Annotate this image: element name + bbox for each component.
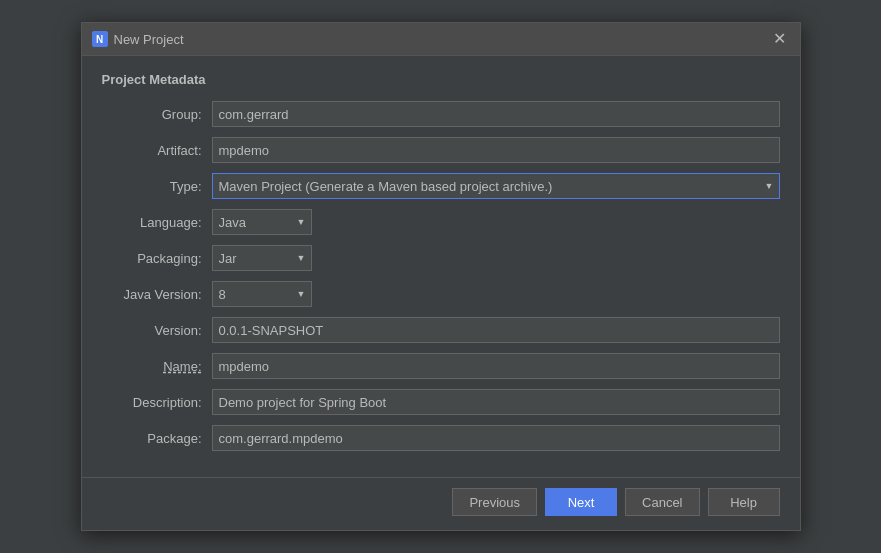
description-input[interactable] <box>212 389 780 415</box>
packaging-row: Packaging: Jar War <box>102 245 780 271</box>
type-row: Type: Maven Project (Generate a Maven ba… <box>102 173 780 199</box>
artifact-row: Artifact: <box>102 137 780 163</box>
new-project-dialog: N New Project ✕ Project Metadata Group: … <box>81 22 801 531</box>
language-label: Language: <box>102 215 212 230</box>
next-button[interactable]: Next <box>545 488 617 516</box>
artifact-input[interactable] <box>212 137 780 163</box>
dialog-icon: N <box>92 31 108 47</box>
group-row: Group: <box>102 101 780 127</box>
version-label: Version: <box>102 323 212 338</box>
cancel-button[interactable]: Cancel <box>625 488 699 516</box>
description-label: Description: <box>102 395 212 410</box>
title-bar: N New Project ✕ <box>82 23 800 56</box>
package-row: Package: <box>102 425 780 451</box>
java-version-select[interactable]: 8 11 17 21 <box>212 281 312 307</box>
version-input[interactable] <box>212 317 780 343</box>
language-select-wrapper: Java Kotlin Groovy <box>212 209 312 235</box>
packaging-label: Packaging: <box>102 251 212 266</box>
packaging-select[interactable]: Jar War <box>212 245 312 271</box>
close-button[interactable]: ✕ <box>769 29 790 49</box>
group-label: Group: <box>102 107 212 122</box>
type-select[interactable]: Maven Project (Generate a Maven based pr… <box>212 173 780 199</box>
help-button[interactable]: Help <box>708 488 780 516</box>
group-input[interactable] <box>212 101 780 127</box>
name-label: Name: <box>102 359 212 374</box>
java-version-select-wrapper: 8 11 17 21 <box>212 281 312 307</box>
name-input[interactable] <box>212 353 780 379</box>
package-label: Package: <box>102 431 212 446</box>
java-version-label: Java Version: <box>102 287 212 302</box>
artifact-label: Artifact: <box>102 143 212 158</box>
java-version-row: Java Version: 8 11 17 21 <box>102 281 780 307</box>
package-input[interactable] <box>212 425 780 451</box>
version-row: Version: <box>102 317 780 343</box>
dialog-body: Project Metadata Group: Artifact: Type: … <box>82 56 800 477</box>
dialog-title: New Project <box>114 32 184 47</box>
previous-button[interactable]: Previous <box>452 488 537 516</box>
section-title: Project Metadata <box>102 72 780 87</box>
type-select-wrapper: Maven Project (Generate a Maven based pr… <box>212 173 780 199</box>
type-label: Type: <box>102 179 212 194</box>
name-row: Name: <box>102 353 780 379</box>
packaging-select-wrapper: Jar War <box>212 245 312 271</box>
title-bar-left: N New Project <box>92 31 184 47</box>
description-row: Description: <box>102 389 780 415</box>
language-select[interactable]: Java Kotlin Groovy <box>212 209 312 235</box>
dialog-footer: Previous Next Cancel Help <box>82 477 800 530</box>
language-row: Language: Java Kotlin Groovy <box>102 209 780 235</box>
